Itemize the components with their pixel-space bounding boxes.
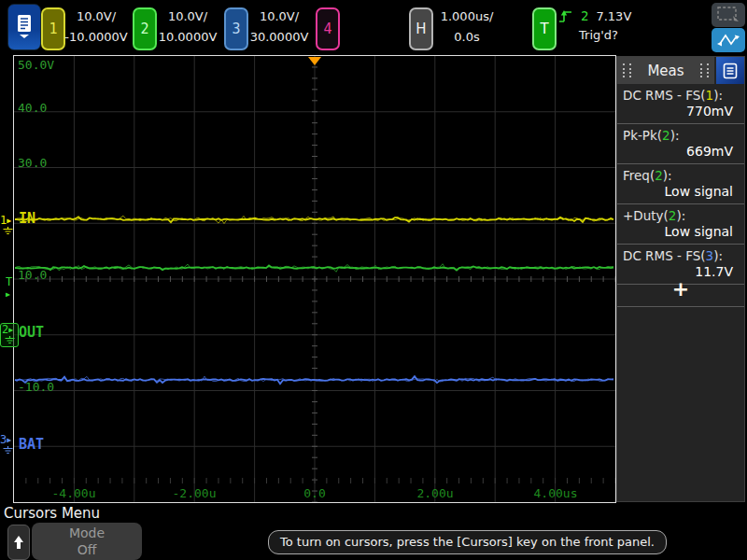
mode-button-title: Mode [69, 525, 105, 541]
y-axis-label: -10.0 [18, 381, 54, 393]
trigger-label: T [540, 21, 548, 37]
y-axis-label: 50.0V [18, 59, 54, 71]
timebase-scale: 1.000us/ [430, 7, 503, 27]
drag-handle-right-icon[interactable] [700, 63, 709, 77]
channel-1-ground-marker[interactable]: 1▶ [0, 216, 16, 235]
channel-3-label: 3 [232, 21, 240, 37]
horizontal-settings[interactable]: 1.000us/ 0.0s [430, 7, 503, 48]
measurement-label: Freq(2): [623, 167, 739, 184]
marker-t-letter: T [6, 277, 12, 287]
touch-gestures-button[interactable] [712, 28, 745, 52]
back-button[interactable] [7, 525, 30, 560]
measurement-label: Pk-Pk(2): [623, 127, 739, 144]
dashed-region-icon [716, 6, 740, 24]
ground-icon [3, 227, 13, 235]
measurement-item[interactable]: DC RMS - FS(1):770mV [617, 84, 744, 124]
marker-2-number: 2 [2, 325, 8, 335]
oscilloscope-screen: 1 10.0V/ -10.0000V 2 10.0V/ 10.0000V 3 1… [0, 0, 747, 560]
waveform-pan-icon [716, 32, 740, 49]
ground-icon [5, 336, 15, 344]
measurement-channel-number: 3 [706, 248, 714, 263]
measurement-value: Low signal [623, 184, 739, 200]
measurement-channel-number: 2 [662, 128, 670, 143]
channel-2-ground-marker[interactable]: 2▶ [0, 323, 19, 347]
channel-2-scale: 10.0V/ [154, 7, 221, 27]
trigger-info[interactable]: 2 7.13V [558, 6, 661, 26]
trigger-level-marker[interactable]: T ▶ [6, 277, 21, 300]
channel-2-settings[interactable]: 10.0V/ 10.0000V [154, 7, 221, 48]
channel-1-scale: 10.0V/ [63, 7, 130, 27]
measurement-item[interactable]: Freq(2):Low signal [617, 164, 744, 204]
channel-2-trace-label[interactable]: OUT [19, 326, 44, 340]
x-axis-label: -4.00u [52, 487, 96, 499]
trigger-button[interactable]: T [532, 7, 557, 50]
x-axis-label: 0.0 [303, 487, 325, 499]
mode-button-value: Off [78, 541, 97, 558]
horizontal-label: H [416, 21, 426, 37]
timebase-delay: 0.0s [430, 27, 503, 48]
measurement-channel-number: 2 [655, 168, 663, 183]
up-arrow-icon [13, 535, 24, 550]
softkey-menu-title: Cursors Menu [4, 505, 100, 522]
measurement-panel-header[interactable]: Meas [617, 57, 714, 84]
channel-1-label: 1 [49, 21, 57, 37]
measurement-menu-button[interactable] [716, 57, 744, 84]
trigger-level: 7.13V [596, 9, 631, 23]
channel-3-offset: 30.0000V [246, 27, 313, 48]
rising-edge-icon [558, 8, 573, 24]
trigger-status: Trig'd? [566, 28, 631, 42]
ground-icon [3, 446, 13, 455]
channel-2-label: 2 [140, 21, 148, 37]
right-arrow-icon: ▶ [8, 325, 13, 335]
measurement-label: DC RMS - FS(3): [623, 247, 739, 264]
measurement-value: 669mV [623, 144, 739, 160]
main-menu-button[interactable] [7, 4, 41, 50]
x-axis-label: 4.00us [534, 487, 578, 499]
add-measurement-button[interactable]: + [617, 271, 744, 307]
mode-softkey-button[interactable]: Mode Off [32, 523, 142, 560]
channel-1-offset: -10.0000V [63, 27, 130, 48]
panel-title: Meas [647, 63, 684, 79]
measurement-value: 770mV [623, 104, 739, 119]
marker-1-number: 1 [0, 216, 7, 226]
measurement-list: DC RMS - FS(1):770mVPk-Pk(2):669mVFreq(2… [617, 84, 744, 285]
measurement-channel-number: 2 [669, 208, 677, 223]
graticule-svg [14, 56, 615, 502]
x-axis-label: 2.00u [416, 487, 453, 499]
region-select-button[interactable] [712, 3, 745, 27]
drag-handle-left-icon[interactable] [623, 63, 631, 77]
channel-4-label: 4 [323, 21, 331, 37]
channel-1-trace-label[interactable]: IN [19, 212, 35, 226]
document-menu-icon [15, 15, 34, 39]
channel-3-scale: 10.0V/ [246, 7, 313, 27]
right-arrow-icon: ▶ [7, 216, 11, 226]
channel-3-settings[interactable]: 10.0V/ 30.0000V [246, 7, 313, 48]
measurement-label: +Duty(2): [623, 207, 739, 224]
channel-4-button[interactable]: 4 [316, 7, 340, 50]
y-axis-label: 10.0 [18, 269, 47, 281]
measurement-channel-number: 1 [706, 88, 714, 103]
measurement-item[interactable]: Pk-Pk(2):669mV [617, 124, 744, 164]
y-axis-label: 30.0 [18, 157, 47, 169]
list-menu-icon [723, 63, 738, 79]
x-axis-label: -2.00u [173, 487, 217, 499]
trigger-arrow-icon: ▶ [6, 289, 10, 300]
cursor-hint-message: To turn on cursors, press the [Cursors] … [268, 530, 667, 554]
marker-3-number: 3 [0, 435, 7, 445]
measurement-panel: Meas DC RMS - FS(1):770mVPk-Pk(2):669mVF… [616, 56, 745, 502]
channel-3-ground-marker[interactable]: 3▶ [0, 435, 16, 455]
graticule-display: 50.0V40.030.010.0-10.0-4.00u-2.00u0.02.0… [13, 55, 616, 503]
channel-1-settings[interactable]: 10.0V/ -10.0000V [63, 7, 130, 48]
channel-3-trace-label[interactable]: BAT [19, 438, 44, 452]
channel-2-offset: 10.0000V [154, 27, 221, 48]
measurement-item[interactable]: +Duty(2):Low signal [617, 204, 744, 245]
measurement-value: Low signal [623, 224, 739, 240]
right-arrow-icon: ▶ [7, 435, 11, 445]
measurement-label: DC RMS - FS(1): [623, 87, 739, 104]
y-axis-label: 40.0 [18, 102, 47, 114]
trigger-source: 2 [581, 8, 588, 23]
